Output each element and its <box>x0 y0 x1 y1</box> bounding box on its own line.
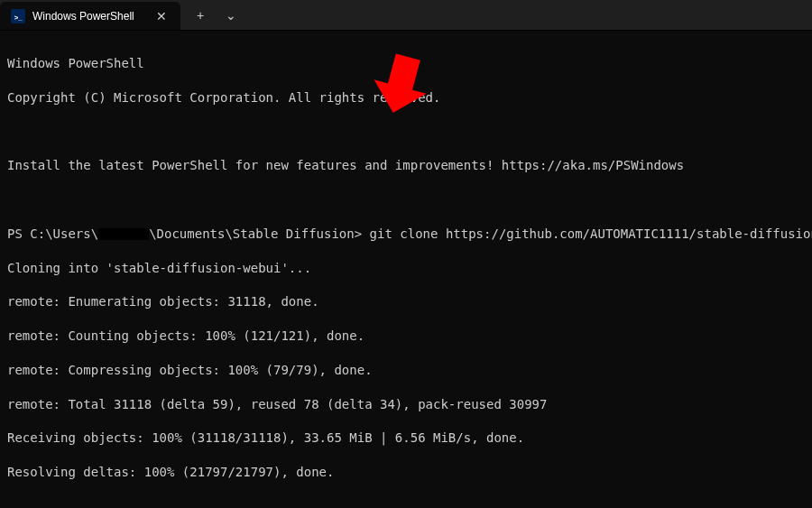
terminal-line: Cloning into 'stable-diffusion-webui'... <box>7 260 805 277</box>
tab-dropdown-button[interactable]: ⌄ <box>217 0 245 30</box>
powershell-icon: >_ <box>11 9 25 23</box>
new-tab-button[interactable]: + <box>186 0 215 30</box>
command-text: git clone https://github.com/AUTOMATIC11… <box>370 226 812 241</box>
svg-text:>_: >_ <box>14 13 23 21</box>
terminal-line: remote: Compressing objects: 100% (79/79… <box>7 362 805 379</box>
tab-powershell[interactable]: >_ Windows PowerShell ✕ <box>0 2 180 30</box>
tab-title: Windows PowerShell <box>32 10 146 23</box>
terminal-prompt-line: PS C:\Users\\Documents\Stable Diffusion>… <box>7 226 805 243</box>
terminal-line: Copyright (C) Microsoft Corporation. All… <box>7 89 805 106</box>
terminal-line: remote: Counting objects: 100% (121/121)… <box>7 328 805 345</box>
titlebar-actions: + ⌄ <box>180 0 245 30</box>
terminal-line: Resolving deltas: 100% (21797/21797), do… <box>7 464 805 481</box>
terminal-blank <box>7 191 805 208</box>
prompt-suffix: \Documents\Stable Diffusion> <box>149 226 369 241</box>
terminal-output[interactable]: Windows PowerShell Copyright (C) Microso… <box>0 31 812 505</box>
tab-close-button[interactable]: ✕ <box>153 8 170 24</box>
prompt-prefix: PS C:\Users\ <box>7 226 98 241</box>
terminal-line: Windows PowerShell <box>7 55 805 72</box>
terminal-line: Receiving objects: 100% (31118/31118), 3… <box>7 429 805 447</box>
terminal-blank <box>7 123 805 140</box>
terminal-line: Install the latest PowerShell for new fe… <box>7 157 805 174</box>
redacted-username <box>98 228 149 240</box>
window-titlebar: >_ Windows PowerShell ✕ + ⌄ <box>0 0 812 31</box>
terminal-line: remote: Enumerating objects: 31118, done… <box>7 293 805 310</box>
terminal-line: remote: Total 31118 (delta 59), reused 7… <box>7 396 805 413</box>
